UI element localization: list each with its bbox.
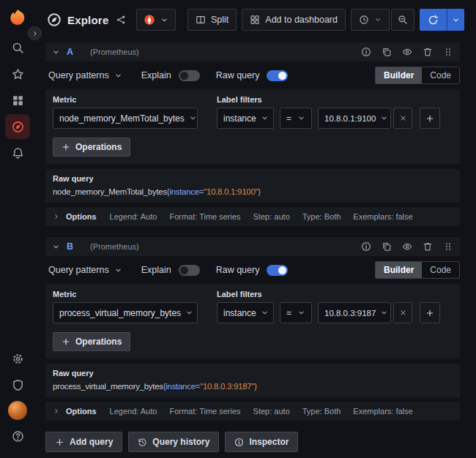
query-options-collapsed[interactable]: Options Legend: Auto Format: Time series… (45, 402, 460, 421)
drag-query-handle[interactable] (443, 47, 453, 57)
zoom-out-button[interactable] (391, 9, 414, 31)
editor-mode-switch: Builder Code (375, 261, 460, 279)
share-shortcut-button[interactable] (114, 13, 127, 26)
code-mode-button[interactable]: Code (422, 67, 459, 83)
sidebar-item-alerting[interactable] (5, 140, 30, 165)
hide-query-button[interactable] (402, 241, 412, 252)
duplicate-query-button[interactable] (382, 47, 392, 57)
filter-operator-select[interactable]: = (280, 302, 312, 323)
collapse-query-button[interactable] (52, 243, 60, 251)
sidebar-item-configuration[interactable] (5, 346, 30, 371)
add-query-button[interactable]: Add query (45, 432, 122, 452)
sidebar-item-dashboards[interactable] (5, 88, 30, 113)
query-patterns-label: Query patterns (48, 70, 109, 80)
sidebar-item-help[interactable] (5, 424, 30, 448)
raw-query-toggle[interactable] (267, 265, 288, 276)
share-icon (116, 15, 126, 25)
option-format: Format: Time series (169, 212, 240, 221)
plus-icon (62, 143, 70, 151)
compass-icon (12, 121, 24, 133)
sidebar-item-search[interactable] (5, 35, 30, 60)
explore-page-icon (47, 12, 62, 27)
run-query-main[interactable] (420, 9, 447, 31)
explain-toggle[interactable] (179, 265, 200, 276)
apps-grid-icon (12, 94, 24, 107)
sidebar-item-server-admin[interactable] (5, 372, 30, 397)
filter-label-select[interactable]: instance (217, 108, 274, 129)
filter-label-select[interactable]: instance (217, 302, 274, 323)
operations-button[interactable]: Operations (53, 332, 130, 351)
query-patterns-dropdown[interactable]: Query patterns (45, 70, 125, 80)
remove-filter-button[interactable] (393, 108, 412, 129)
run-query-button[interactable] (420, 9, 464, 31)
query-help-button[interactable] (361, 241, 371, 252)
chevron-down-icon (297, 309, 305, 317)
grafana-logo-icon[interactable] (8, 8, 28, 28)
query-history-button[interactable]: Query history (128, 432, 219, 452)
metric-field: Metric process_virtual_memory_bytes (53, 290, 198, 323)
explain-label: Explain (141, 70, 171, 80)
label-filters-label: Label filters (217, 95, 440, 104)
options-label: Options (66, 212, 97, 221)
main-area: Explore Split Add to dashboard (35, 0, 476, 458)
run-query-interval-caret[interactable] (447, 9, 464, 31)
query-builder-panel: Metric node_memory_MemTotal_bytes Label … (45, 89, 460, 164)
explain-toggle[interactable] (179, 70, 200, 81)
add-to-dashboard-button[interactable]: Add to dashboard (242, 9, 346, 31)
option-type: Type: Both (302, 212, 341, 221)
query-actions (361, 241, 453, 252)
collapse-query-button[interactable] (52, 48, 60, 56)
query-help-button[interactable] (361, 47, 371, 57)
chevron-down-icon (452, 16, 460, 24)
raw-query-toggle[interactable] (267, 70, 288, 81)
split-button[interactable]: Split (187, 9, 237, 31)
user-avatar[interactable] (8, 401, 27, 420)
filter-operator-select[interactable]: = (280, 108, 312, 129)
chevron-down-icon (380, 309, 388, 317)
copy-icon (382, 241, 392, 252)
remove-query-button[interactable] (423, 241, 433, 252)
builder-mode-button[interactable]: Builder (376, 262, 422, 278)
datasource-picker[interactable] (136, 9, 176, 31)
raw-label: instance (169, 187, 198, 196)
filter-value-select[interactable]: 10.8.0.3:9187 (318, 302, 391, 323)
query-row-header[interactable]: A (Prometheus) (45, 42, 460, 61)
raw-query-panel: Raw query process_virtual_memory_bytes{i… (45, 364, 460, 397)
add-filter-button[interactable] (420, 302, 440, 323)
remove-query-button[interactable] (423, 47, 433, 57)
explain-label: Explain (141, 265, 171, 275)
chevron-down-icon (374, 16, 382, 23)
duplicate-query-button[interactable] (382, 241, 392, 252)
toolbar-right: Split Add to dashboard (187, 9, 464, 31)
metric-select[interactable]: process_virtual_memory_bytes (53, 302, 198, 323)
filter-value: 10.8.0.1:9100 (324, 114, 376, 123)
inspector-button[interactable]: Inspector (225, 432, 298, 452)
raw-value: "10.8.0.1:9100" (204, 187, 258, 196)
query-options-collapsed[interactable]: Options Legend: Auto Format: Time series… (45, 207, 460, 226)
shield-icon (12, 379, 24, 391)
drag-query-handle[interactable] (443, 241, 453, 252)
times-icon (399, 114, 407, 122)
metric-value: process_virtual_memory_bytes (59, 308, 181, 318)
remove-filter-button[interactable] (393, 302, 412, 323)
sidebar-item-starred[interactable] (5, 61, 30, 86)
plus-icon (55, 438, 64, 447)
sidebar-item-explore[interactable] (5, 114, 30, 139)
query-patterns-dropdown[interactable]: Query patterns (45, 265, 125, 275)
add-to-dashboard-label: Add to dashboard (265, 15, 338, 25)
option-legend: Legend: Auto (110, 407, 157, 416)
add-filter-button[interactable] (420, 108, 440, 129)
sidebar-expand-button[interactable] (28, 26, 42, 40)
filter-value-select[interactable]: 10.8.0.1:9100 (318, 108, 391, 129)
query-editor-a: A (Prometheus) Query patterns (45, 42, 460, 226)
code-mode-button[interactable]: Code (422, 262, 459, 278)
metric-select[interactable]: node_memory_MemTotal_bytes (53, 108, 198, 129)
query-row-header[interactable]: B (Prometheus) (45, 237, 460, 256)
operations-button[interactable]: Operations (53, 138, 130, 157)
time-picker-button[interactable] (351, 9, 390, 31)
hide-query-button[interactable] (402, 47, 412, 57)
query-patterns-label: Query patterns (48, 265, 109, 275)
builder-mode-button[interactable]: Builder (376, 67, 422, 83)
star-icon (12, 68, 24, 80)
eye-icon (402, 241, 412, 252)
